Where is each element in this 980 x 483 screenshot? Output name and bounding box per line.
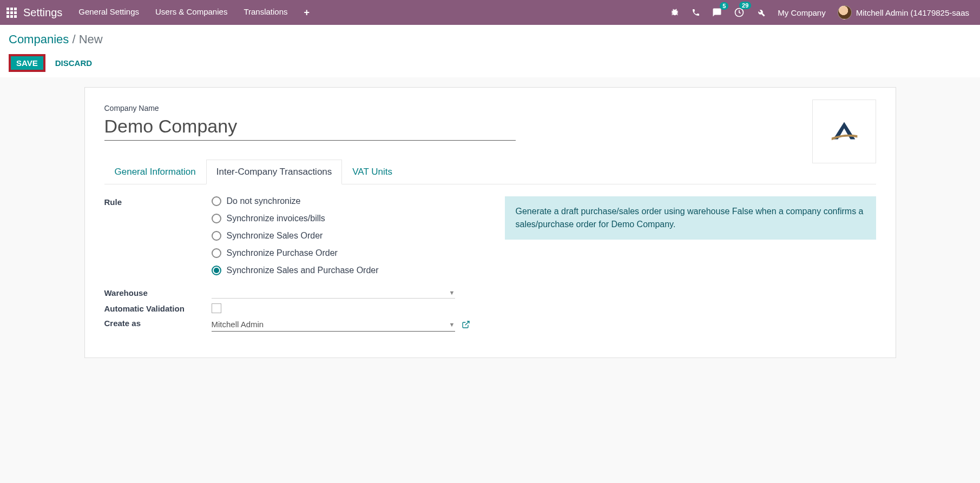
action-row: SAVE DISCARD: [9, 54, 971, 72]
label-create-as: Create as: [104, 317, 212, 328]
caret-down-icon: ▼: [449, 321, 455, 328]
right-column: Generate a draft purchase/sales order us…: [505, 196, 876, 336]
menu-translations[interactable]: Translations: [244, 7, 287, 18]
rule-option-4[interactable]: Synchronize Sales and Purchase Order: [212, 266, 483, 275]
label-auto-validation: Automatic Validation: [104, 303, 212, 313]
save-button[interactable]: SAVE: [9, 54, 45, 72]
company-name-input[interactable]: [104, 115, 516, 141]
row-warehouse: Warehouse ▼: [104, 287, 483, 299]
radio-icon: [212, 214, 221, 223]
left-column: Rule Do not synchronize Synchronize invo…: [104, 196, 483, 336]
warehouse-select[interactable]: ▼: [212, 287, 455, 299]
company-name-label: Company Name: [104, 104, 876, 113]
top-menu: General Settings Users & Companies Trans…: [78, 7, 310, 18]
radio-icon: [212, 266, 221, 275]
breadcrumb-current: New: [79, 32, 103, 46]
activities-icon[interactable]: 29: [734, 7, 745, 18]
rule-option-2[interactable]: Synchronize Sales Order: [212, 231, 483, 241]
breadcrumb-separator: /: [72, 32, 78, 46]
bug-icon[interactable]: [670, 8, 680, 17]
app-title: Settings: [23, 6, 62, 19]
rule-option-label: Synchronize invoices/bills: [227, 214, 325, 223]
menu-users-companies[interactable]: Users & Companies: [155, 7, 227, 18]
tab-inter-company-transactions[interactable]: Inter-Company Transactions: [206, 160, 343, 184]
radio-icon: [212, 248, 221, 258]
messages-badge: 5: [720, 2, 728, 10]
user-name: Mitchell Admin (14179825-saas: [856, 8, 969, 17]
tools-icon[interactable]: [757, 8, 766, 17]
menu-general-settings[interactable]: General Settings: [78, 7, 139, 18]
apps-menu-icon[interactable]: [6, 8, 17, 18]
rule-option-label: Do not synchronize: [227, 196, 301, 206]
create-as-select[interactable]: Mitchell Admin ▼: [212, 317, 455, 332]
rule-option-0[interactable]: Do not synchronize: [212, 196, 483, 206]
user-menu[interactable]: Mitchell Admin (14179825-saas: [838, 5, 969, 19]
messages-icon[interactable]: 5: [712, 8, 722, 17]
label-rule: Rule: [104, 196, 212, 207]
rule-option-label: Synchronize Sales and Purchase Order: [227, 266, 379, 275]
discard-button[interactable]: DISCARD: [55, 58, 92, 68]
plus-icon[interactable]: +: [304, 7, 310, 18]
avatar-icon: [838, 5, 852, 19]
rule-options: Do not synchronize Synchronize invoices/…: [212, 196, 483, 283]
info-box: Generate a draft purchase/sales order us…: [505, 196, 876, 240]
tab-general-information[interactable]: General Information: [104, 160, 206, 184]
row-auto-validation: Automatic Validation: [104, 303, 483, 313]
content: Company Name General Information Inter-C…: [0, 77, 980, 368]
create-as-value: Mitchell Admin: [212, 320, 264, 329]
external-link-icon[interactable]: [462, 320, 470, 329]
breadcrumb-companies[interactable]: Companies: [9, 32, 69, 46]
logo-icon: [828, 116, 860, 147]
systray: 5 29 My Company Mitchell Admin (14179825…: [670, 5, 969, 19]
row-rule: Rule Do not synchronize Synchronize invo…: [104, 196, 483, 283]
phone-icon[interactable]: [692, 8, 700, 17]
rule-option-label: Synchronize Sales Order: [227, 231, 323, 241]
radio-icon: [212, 231, 221, 241]
company-logo[interactable]: [812, 100, 876, 163]
rule-option-1[interactable]: Synchronize invoices/bills: [212, 214, 483, 223]
radio-icon: [212, 196, 221, 206]
tabs: General Information Inter-Company Transa…: [104, 159, 876, 184]
subheader: Companies / New SAVE DISCARD: [0, 25, 980, 77]
svg-line-1: [465, 321, 469, 325]
label-warehouse: Warehouse: [104, 287, 212, 297]
row-create-as: Create as Mitchell Admin ▼: [104, 317, 483, 332]
topbar: Settings General Settings Users & Compan…: [0, 0, 980, 25]
tab-vat-units[interactable]: VAT Units: [342, 160, 403, 184]
rule-option-label: Synchronize Purchase Order: [227, 248, 338, 258]
company-switcher[interactable]: My Company: [778, 8, 825, 17]
rule-option-3[interactable]: Synchronize Purchase Order: [212, 248, 483, 258]
form-sheet: Company Name General Information Inter-C…: [84, 87, 896, 358]
auto-validation-checkbox[interactable]: [212, 303, 221, 313]
tab-body: Rule Do not synchronize Synchronize invo…: [104, 184, 876, 336]
breadcrumb: Companies / New: [9, 32, 971, 47]
activities-badge: 29: [739, 2, 751, 9]
caret-down-icon: ▼: [449, 289, 455, 296]
